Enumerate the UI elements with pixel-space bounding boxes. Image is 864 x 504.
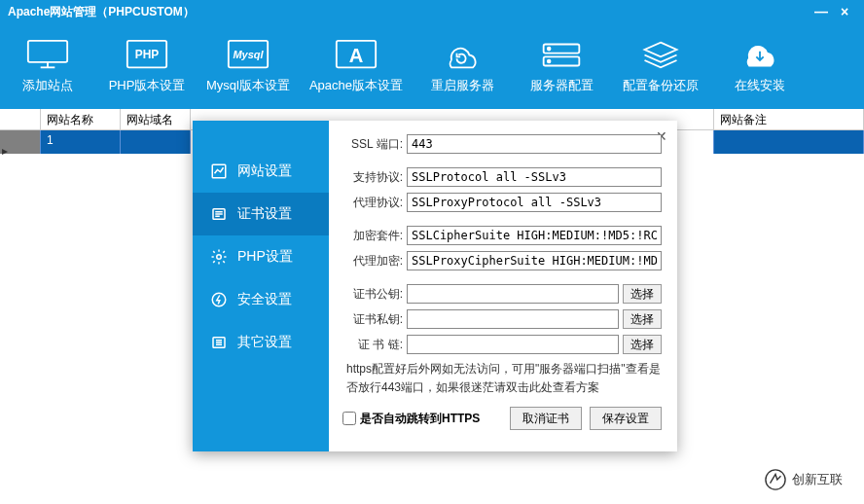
- cert-chain-label: 证 书 链:: [342, 337, 403, 353]
- cipher-input[interactable]: [407, 226, 662, 245]
- sidenav-cert-settings[interactable]: 证书设置: [193, 193, 329, 235]
- col-site-remark: 网站备注: [714, 109, 864, 129]
- monitor-icon: [26, 38, 69, 71]
- main-toolbar: 添加站点 PHP PHP版本设置 Mysql Mysql版本设置 A Apach…: [0, 23, 864, 109]
- cert-pub-input[interactable]: [407, 284, 619, 304]
- online-install-button[interactable]: 在线安装: [720, 38, 800, 94]
- cert-chain-input[interactable]: [407, 335, 619, 354]
- server-icon: [540, 38, 583, 71]
- proxy-protocol-label: 代理协议:: [342, 195, 403, 211]
- ssl-port-input[interactable]: [407, 134, 662, 154]
- minimize-button[interactable]: —: [810, 4, 833, 19]
- col-site-domain: 网站域名: [121, 109, 191, 129]
- save-settings-button[interactable]: 保存设置: [590, 407, 662, 430]
- proxy-protocol-input[interactable]: [407, 193, 662, 212]
- sidenav-security-settings[interactable]: 安全设置: [193, 278, 329, 321]
- apache-version-button[interactable]: A Apache版本设置: [309, 38, 403, 94]
- cancel-cert-button[interactable]: 取消证书: [510, 407, 582, 430]
- svg-text:PHP: PHP: [135, 48, 160, 61]
- cloud-download-icon: [738, 38, 781, 71]
- protocol-label: 支持协议:: [342, 169, 403, 186]
- php-icon: PHP: [126, 38, 168, 71]
- layers-icon: [639, 38, 682, 71]
- ssl-port-label: SSL 端口:: [342, 136, 403, 153]
- add-site-button[interactable]: 添加站点: [8, 38, 88, 94]
- cloud-restart-icon: [441, 38, 484, 71]
- cert-icon: [210, 205, 228, 223]
- svg-point-12: [548, 59, 551, 62]
- mysql-icon: Mysql: [227, 38, 270, 71]
- cert-pub-browse-button[interactable]: 选择: [623, 284, 662, 304]
- footer-brand: 创新互联: [765, 469, 843, 490]
- mysql-version-button[interactable]: Mysql Mysql版本设置: [206, 38, 290, 94]
- cert-priv-label: 证书私钥:: [342, 311, 403, 328]
- cert-settings-dialog: ✕ 网站设置 证书设置 PHP设置 安全设置 其它设置 SSL 端口: 支: [193, 121, 677, 451]
- svg-point-11: [548, 47, 551, 50]
- col-blank: [0, 109, 41, 129]
- brand-logo-icon: [765, 469, 786, 490]
- title-bar: Apache网站管理（PHPCUSTOM） — ×: [0, 0, 864, 23]
- auto-redirect-checkbox[interactable]: 是否自动跳转到HTTPS: [342, 411, 480, 427]
- svg-marker-13: [645, 42, 677, 56]
- cert-priv-browse-button[interactable]: 选择: [623, 309, 662, 329]
- cert-pub-label: 证书公钥:: [342, 286, 403, 303]
- server-config-button[interactable]: 服务器配置: [522, 38, 601, 94]
- proxy-cipher-label: 代理加密:: [342, 253, 403, 270]
- php-version-button[interactable]: PHP PHP版本设置: [107, 38, 187, 94]
- sidenav-site-settings[interactable]: 网站设置: [193, 150, 329, 193]
- svg-text:A: A: [349, 44, 364, 65]
- proxy-cipher-input[interactable]: [407, 251, 662, 270]
- svg-rect-0: [28, 40, 67, 61]
- col-site-name: 网站名称: [41, 109, 121, 129]
- row-marker-icon: ▸: [2, 144, 8, 158]
- svg-text:Mysql: Mysql: [233, 49, 264, 60]
- close-window-button[interactable]: ×: [833, 4, 856, 19]
- apache-icon: A: [335, 38, 378, 71]
- cert-priv-input[interactable]: [407, 309, 619, 329]
- help-text[interactable]: https配置好后外网如无法访问，可用"服务器端口扫描"查看是否放行443端口，…: [346, 360, 662, 397]
- svg-point-26: [766, 470, 785, 489]
- bolt-icon: [210, 291, 228, 308]
- cert-chain-browse-button[interactable]: 选择: [623, 335, 662, 354]
- chart-icon: [210, 162, 228, 180]
- svg-point-20: [217, 255, 222, 260]
- backup-restore-button[interactable]: 配置备份还原: [621, 38, 701, 94]
- window-title: Apache网站管理（PHPCUSTOM）: [8, 4, 195, 20]
- sidenav-other-settings[interactable]: 其它设置: [193, 321, 329, 364]
- gear-icon: [210, 248, 228, 266]
- dialog-sidenav: 网站设置 证书设置 PHP设置 安全设置 其它设置: [193, 121, 329, 451]
- form-area: SSL 端口: 支持协议: 代理协议: 加密套件: 代理加密: 证书公钥: 选择: [329, 121, 677, 451]
- auto-redirect-input[interactable]: [342, 412, 356, 425]
- sidenav-php-settings[interactable]: PHP设置: [193, 235, 329, 278]
- restart-server-button[interactable]: 重启服务器: [422, 38, 502, 94]
- list-icon: [210, 334, 228, 351]
- cipher-label: 加密套件:: [342, 228, 403, 244]
- protocol-input[interactable]: [407, 167, 662, 187]
